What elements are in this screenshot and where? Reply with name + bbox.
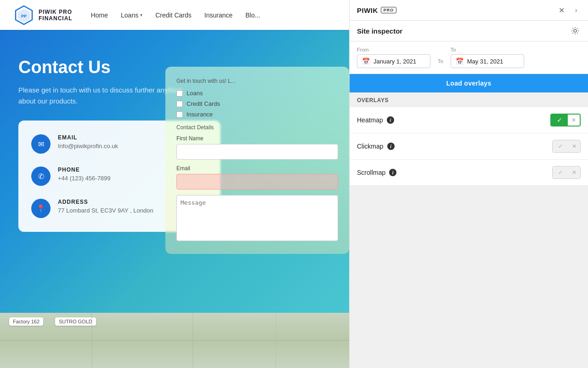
- email-field-label: Email: [176, 165, 338, 172]
- scrollmap-info-icon[interactable]: i: [389, 169, 396, 176]
- from-date-group: From 📅 January 1, 2021: [357, 47, 430, 68]
- loans-checkbox[interactable]: [176, 90, 183, 97]
- heatmap-toggle-off[interactable]: ✕: [568, 115, 580, 126]
- scrollmap-toggle[interactable]: ✓ ✕: [552, 166, 581, 179]
- clickmap-label: Clickmap: [357, 143, 384, 150]
- contact-details-label: Contact Details: [176, 124, 338, 131]
- svg-point-9: [574, 29, 577, 32]
- contact-form-area: Get in touch with us! L... Loans Credit …: [165, 67, 349, 254]
- map-roads-svg: [0, 313, 349, 368]
- insurance-checkbox[interactable]: [176, 111, 183, 118]
- from-date-input[interactable]: 📅 January 1, 2021: [357, 54, 430, 68]
- clickmap-toggle[interactable]: ✓ ✕: [552, 140, 581, 153]
- svg-text:PP: PP: [21, 14, 27, 18]
- to-calendar-icon: 📅: [456, 58, 464, 65]
- scrollmap-toggle-on[interactable]: ✓: [553, 167, 568, 178]
- scrollmap-row: Scrollmap i ✓ ✕: [350, 160, 588, 186]
- nav-home[interactable]: Home: [91, 12, 108, 19]
- to-label: To: [451, 47, 524, 52]
- date-separator: To: [438, 51, 443, 64]
- scrollmap-toggle-off[interactable]: ✕: [568, 167, 580, 178]
- heatmap-toggle-on[interactable]: ✓: [551, 115, 568, 126]
- email-icon-circle: ✉: [31, 134, 51, 154]
- location-pin-icon: 📍: [36, 204, 45, 213]
- clickmap-toggle-on[interactable]: ✓: [553, 140, 568, 152]
- insurance-checkbox-label: Insurance: [187, 111, 213, 118]
- phone-icon: ✆: [38, 172, 44, 181]
- from-label: From: [357, 47, 430, 52]
- nav-links: Home Loans ▾ Credit Cards Insurance Blo.…: [91, 12, 260, 19]
- clickmap-info-icon[interactable]: i: [387, 143, 395, 150]
- gear-icon: [571, 27, 579, 35]
- loans-checkbox-label: Loans: [187, 90, 203, 97]
- piwik-logo-text: PIWIK: [357, 6, 378, 14]
- piwik-panel: PIWIK PRO ✕ › Site inspector From 📅 Janu…: [349, 0, 588, 368]
- map-area: Factory 162 SUTRO GOLD: [0, 313, 349, 368]
- pro-badge: PRO: [381, 7, 397, 13]
- panel-header-controls: ✕ ›: [557, 6, 581, 15]
- clickmap-toggle-off[interactable]: ✕: [568, 140, 580, 152]
- to-date-input[interactable]: 📅 May 31, 2021: [451, 54, 524, 68]
- panel-expand-button[interactable]: ›: [571, 6, 581, 15]
- heatmap-row: Heatmap i ✓ ✕: [350, 107, 588, 133]
- form-intro: Get in touch with us! L...: [176, 78, 338, 84]
- first-name-label: First Name: [176, 135, 338, 142]
- website-background: PP PIWIK PRO FINANCIAL Home Loans ▾ Cred…: [0, 0, 349, 368]
- first-name-input[interactable]: [176, 144, 338, 160]
- logo-area: PP PIWIK PRO FINANCIAL: [14, 5, 73, 25]
- overlays-section: Overlays Heatmap i ✓ ✕ Clickmap i ✓ ✕: [350, 92, 588, 368]
- loans-chevron-icon: ▾: [140, 12, 142, 17]
- scrollmap-name: Scrollmap i: [357, 169, 396, 176]
- heatmap-name: Heatmap i: [357, 116, 394, 124]
- contact-phone-info: PHONE +44 (123) 456-7899: [58, 167, 111, 182]
- from-date-value: January 1, 2021: [373, 58, 416, 65]
- map-placeholder: Factory 162 SUTRO GOLD: [0, 313, 349, 368]
- navbar: PP PIWIK PRO FINANCIAL Home Loans ▾ Cred…: [0, 0, 349, 30]
- page-content: Contact Us Please get in touch with us t…: [0, 30, 349, 368]
- overlays-header: Overlays: [350, 92, 588, 107]
- panel-title-bar: Site inspector: [350, 21, 588, 41]
- to-date-group: To 📅 May 31, 2021: [451, 47, 524, 68]
- email-value: Info@piwikprofin.co.uk: [58, 143, 118, 150]
- email-input[interactable]: [176, 174, 338, 190]
- to-date-value: May 31, 2021: [467, 58, 503, 65]
- logo-text: PIWIK PRO FINANCIAL: [39, 9, 73, 22]
- settings-button[interactable]: [570, 25, 581, 36]
- email-label: EMAIL: [58, 134, 118, 141]
- checkbox-loans: Loans: [176, 90, 338, 97]
- phone-icon-circle: ✆: [31, 167, 51, 186]
- nav-blog[interactable]: Blo...: [245, 12, 260, 19]
- panel-close-button[interactable]: ✕: [557, 6, 566, 15]
- panel-header: PIWIK PRO ✕ ›: [350, 0, 588, 21]
- credit-cards-checkbox-label: Credit Cards: [187, 100, 220, 107]
- date-range-row: From 📅 January 1, 2021 To To 📅 May 31, 2…: [350, 41, 588, 74]
- message-textarea[interactable]: [176, 195, 338, 241]
- logo-icon: PP: [14, 5, 34, 25]
- clickmap-row: Clickmap i ✓ ✕: [350, 133, 588, 160]
- email-icon: ✉: [38, 140, 44, 149]
- contact-address-info: ADDRESS 77 Lombard St, EC3V 9AY , London: [58, 199, 153, 214]
- panel-logo: PIWIK PRO: [357, 6, 396, 14]
- heatmap-info-icon[interactable]: i: [387, 116, 394, 124]
- nav-loans[interactable]: Loans ▾: [121, 12, 142, 19]
- phone-value: +44 (123) 456-7899: [58, 175, 111, 182]
- phone-label: PHONE: [58, 167, 111, 173]
- checkbox-insurance: Insurance: [176, 111, 338, 118]
- address-value: 77 Lombard St, EC3V 9AY , London: [58, 207, 153, 214]
- form-checkboxes: Loans Credit Cards Insurance: [176, 90, 338, 118]
- address-label: ADDRESS: [58, 199, 153, 205]
- panel-title: Site inspector: [357, 27, 402, 35]
- load-overlays-button[interactable]: Load overlays: [350, 74, 588, 92]
- credit-cards-checkbox[interactable]: [176, 101, 183, 107]
- heatmap-toggle[interactable]: ✓ ✕: [550, 114, 581, 126]
- nav-insurance[interactable]: Insurance: [204, 12, 232, 19]
- checkbox-credit-cards: Credit Cards: [176, 100, 338, 107]
- scrollmap-label: Scrollmap: [357, 169, 385, 176]
- address-icon-circle: 📍: [31, 199, 51, 218]
- clickmap-name: Clickmap i: [357, 143, 395, 150]
- contact-email-info: EMAIL Info@piwikprofin.co.uk: [58, 134, 118, 150]
- heatmap-label: Heatmap: [357, 116, 383, 124]
- nav-credit-cards[interactable]: Credit Cards: [155, 12, 192, 19]
- from-calendar-icon: 📅: [362, 58, 370, 65]
